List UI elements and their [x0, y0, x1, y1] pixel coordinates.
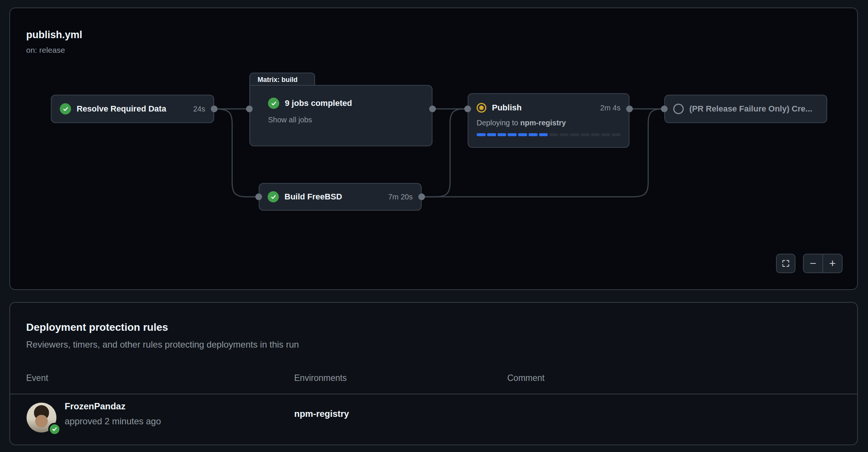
column-header-comment: Comment	[507, 373, 545, 383]
progress-segment	[601, 133, 610, 136]
port-freebsd-out	[418, 193, 425, 200]
page: publish.yml on: release Resolve Required…	[0, 0, 868, 452]
progress-segment	[518, 133, 527, 136]
port-publish-out	[626, 106, 633, 112]
deploy-environment: npm-registry	[520, 119, 566, 127]
in-progress-icon	[477, 103, 486, 113]
port-freebsd-in	[255, 193, 262, 200]
progress-segment	[477, 133, 486, 136]
progress-segment	[539, 133, 548, 136]
approved-badge-icon	[48, 423, 61, 436]
progress-segment	[560, 133, 569, 136]
progress-segment	[508, 133, 517, 136]
node-label: Build FreeBSD	[284, 192, 342, 202]
table-row: FrozenPandaz approved 2 minutes ago npm-…	[10, 394, 857, 445]
workflow-graph-panel: publish.yml on: release	[9, 7, 858, 290]
node-matrix-build[interactable]: 9 jobs completed Show all jobs	[249, 85, 433, 146]
column-header-event: Event	[26, 373, 48, 383]
zoom-in-button[interactable]: +	[823, 254, 842, 272]
progress-segment	[591, 133, 600, 136]
progress-segment	[612, 133, 621, 136]
port-resolve-out	[211, 106, 218, 112]
progress-segment	[498, 133, 507, 136]
node-duration: 2m 4s	[600, 104, 621, 112]
fullscreen-icon	[781, 259, 790, 268]
fullscreen-button[interactable]	[776, 254, 795, 273]
progress-segment	[529, 133, 538, 136]
node-pr-release-failure[interactable]: (PR Release Failure Only) Cre...	[664, 95, 827, 123]
matrix-tab-label: Matrix: build	[258, 76, 298, 84]
progress-segment	[487, 133, 496, 136]
port-matrix-in	[246, 106, 253, 112]
success-check-icon	[268, 98, 279, 109]
deploy-progress	[477, 133, 621, 136]
port-matrix-out	[429, 106, 436, 112]
panel-title: Deployment protection rules	[26, 321, 168, 333]
approval-status: approved 2 minutes ago	[65, 416, 161, 427]
workflow-title: publish.yml	[26, 29, 82, 41]
success-check-icon	[268, 191, 279, 202]
node-label: 9 jobs completed	[285, 98, 352, 108]
progress-segment	[570, 133, 579, 136]
node-duration: 7m 20s	[388, 193, 413, 201]
panel-subtitle: Reviewers, timers, and other rules prote…	[26, 339, 299, 350]
progress-segment	[549, 133, 558, 136]
node-label: (PR Release Failure Only) Cre...	[689, 104, 812, 114]
show-all-jobs-link[interactable]: Show all jobs	[268, 116, 312, 124]
node-label: Resolve Required Data	[77, 104, 166, 114]
port-publish-in	[464, 106, 471, 112]
reviewer-username[interactable]: FrozenPandaz	[65, 401, 126, 412]
progress-segment	[581, 133, 590, 136]
deployment-protection-panel: Deployment protection rules Reviewers, t…	[9, 302, 858, 445]
success-check-icon	[60, 103, 71, 114]
deploy-status-text: Deploying to npm-registry	[477, 119, 566, 127]
node-build-freebsd[interactable]: Build FreeBSD 7m 20s	[259, 183, 422, 211]
zoom-out-button[interactable]: −	[804, 254, 823, 272]
node-publish[interactable]: Publish 2m 4s Deploying to npm-registry	[468, 93, 630, 148]
port-pending-in	[661, 106, 668, 112]
node-label: Publish	[492, 103, 521, 113]
environment-name: npm-registry	[294, 409, 349, 419]
column-header-environments: Environments	[294, 373, 347, 383]
workflow-trigger: on: release	[26, 46, 65, 55]
node-duration: 24s	[193, 105, 205, 113]
pending-circle-icon	[673, 104, 684, 114]
zoom-controls: − +	[803, 254, 843, 273]
node-resolve-required-data[interactable]: Resolve Required Data 24s	[51, 95, 214, 123]
